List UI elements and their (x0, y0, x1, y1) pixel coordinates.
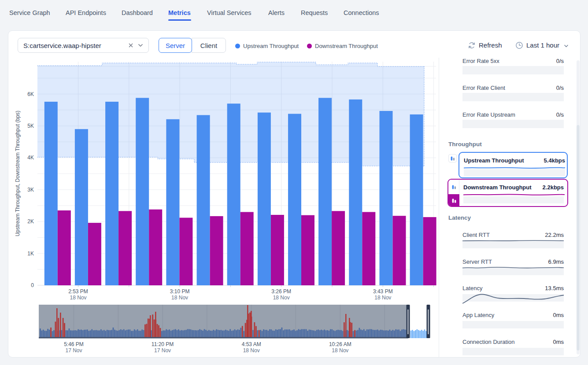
svg-text:4:53 AM: 4:53 AM (242, 341, 261, 347)
svg-text:18 Nov: 18 Nov (70, 295, 86, 301)
svg-text:3:43 PM: 3:43 PM (373, 288, 393, 295)
svg-text:Upstream Throughput, Downstrea: Upstream Throughput, Downstream Throughp… (15, 111, 21, 236)
svg-text:2:53 PM: 2:53 PM (68, 288, 88, 295)
svg-text:0: 0 (31, 282, 34, 288)
svg-text:18 Nov: 18 Nov (171, 295, 188, 301)
svg-text:17 Nov: 17 Nov (154, 347, 171, 354)
svg-text:6K: 6K (27, 91, 34, 97)
svg-text:11:20 PM: 11:20 PM (152, 341, 174, 347)
svg-text:3:26 PM: 3:26 PM (271, 288, 291, 295)
svg-text:10:26 AM: 10:26 AM (329, 341, 351, 347)
svg-text:18 Nov: 18 Nov (332, 347, 348, 354)
svg-text:17 Nov: 17 Nov (65, 347, 82, 354)
svg-text:18 Nov: 18 Nov (273, 295, 290, 301)
svg-text:18 Nov: 18 Nov (374, 295, 391, 301)
svg-text:3:10 PM: 3:10 PM (170, 288, 190, 295)
svg-text:2K: 2K (27, 218, 34, 225)
svg-text:4K: 4K (27, 155, 34, 161)
svg-text:18 Nov: 18 Nov (243, 347, 260, 354)
svg-text:1K: 1K (27, 251, 34, 257)
svg-text:5:46 PM: 5:46 PM (64, 341, 84, 347)
svg-text:3K: 3K (27, 187, 34, 193)
svg-text:5K: 5K (27, 123, 34, 129)
